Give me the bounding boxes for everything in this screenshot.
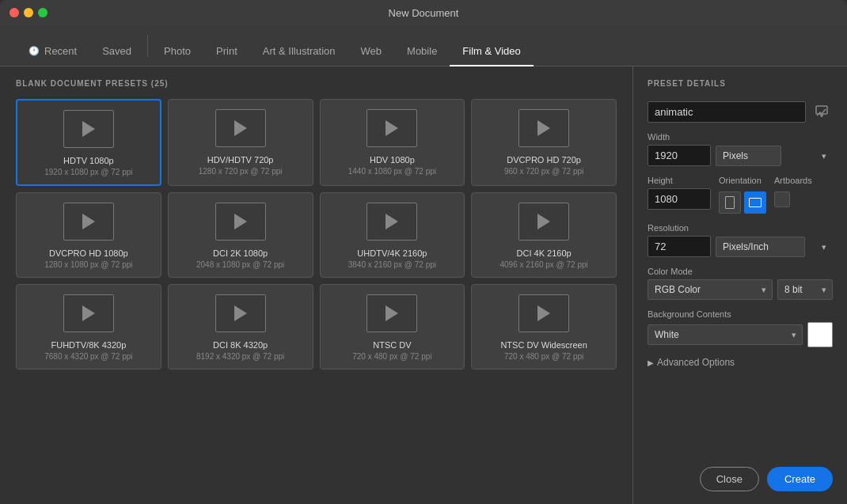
preset-name: HDV/HDTV 720p (207, 155, 274, 165)
window-controls[interactable] (9, 8, 47, 17)
tab-art-label: Art & Illustration (263, 45, 336, 57)
preset-desc: 3840 x 2160 px @ 72 ppi (348, 260, 436, 269)
preset-name: UHDTV/4K 2160p (357, 248, 427, 258)
preset-name: FUHDTV/8K 4320p (51, 340, 126, 350)
bg-contents-field-group: Background Contents White Black Transpar… (648, 309, 833, 347)
orientation-label: Orientation (719, 176, 766, 185)
orientation-buttons (719, 191, 766, 214)
preset-card[interactable]: DCI 8K 4320p 8192 x 4320 px @ 72 ppi (168, 284, 313, 369)
play-icon (234, 214, 247, 229)
width-unit-select[interactable]: Pixels Inches Centimeters Millimeters Po… (716, 146, 781, 166)
bg-contents-row: White Black Transparent Background Color… (648, 322, 833, 347)
preset-desc: 1440 x 1080 px @ 72 ppi (348, 167, 436, 176)
tab-print[interactable]: Print (203, 37, 250, 66)
color-mode-label: Color Mode (648, 267, 833, 276)
color-mode-select-wrapper[interactable]: RGB Color CMYK Color Lab Color Grayscale… (648, 279, 773, 300)
minimize-dot[interactable] (24, 8, 33, 17)
preset-icon (367, 109, 417, 147)
preset-card[interactable]: DVCPRO HD 1080p 1280 x 1080 px @ 72 ppi (16, 192, 161, 278)
titlebar: New Document (0, 0, 847, 25)
resolution-field-group: Resolution Pixels/Inch Pixels/Centimeter (648, 223, 833, 257)
close-dot[interactable] (9, 8, 19, 17)
bit-depth-wrapper[interactable]: 8 bit 16 bit 32 bit (777, 279, 833, 300)
advanced-options[interactable]: ▶ Advanced Options (648, 357, 833, 368)
width-unit-wrapper[interactable]: Pixels Inches Centimeters Millimeters Po… (716, 146, 833, 166)
play-icon (82, 214, 95, 229)
resolution-label: Resolution (648, 223, 833, 233)
preset-details-title: PRESET DETAILS (648, 79, 833, 88)
presets-grid: HDTV 1080p 1920 x 1080 px @ 72 ppi HDV/H… (16, 99, 617, 369)
tab-web[interactable]: Web (348, 37, 395, 66)
landscape-button[interactable] (744, 191, 766, 214)
preset-card[interactable]: NTSC DV 720 x 480 px @ 72 ppi (320, 284, 465, 369)
tab-recent[interactable]: 🕐 Recent (16, 37, 89, 66)
section-title-text: BLANK DOCUMENT PRESETS (16, 79, 148, 88)
bg-color-swatch[interactable] (807, 322, 833, 347)
preset-card[interactable]: HDV/HDTV 720p 1280 x 720 px @ 72 ppi (168, 99, 313, 186)
preset-card[interactable]: DCI 4K 2160p 4096 x 2160 px @ 72 ppi (471, 192, 617, 278)
tab-filmvideo[interactable]: Film & Video (450, 37, 533, 66)
preset-card[interactable]: DVCPRO HD 720p 960 x 720 px @ 72 ppi (471, 99, 617, 186)
save-preset-button[interactable] (811, 100, 833, 123)
play-icon (386, 305, 398, 321)
portrait-icon (725, 196, 735, 209)
height-label: Height (648, 176, 711, 185)
landscape-icon (749, 198, 762, 207)
play-icon (234, 120, 247, 136)
preset-icon (367, 203, 417, 241)
tab-web-label: Web (361, 45, 382, 57)
resolution-unit-wrapper[interactable]: Pixels/Inch Pixels/Centimeter (716, 237, 833, 257)
preset-desc: 1920 x 1080 px @ 72 ppi (44, 168, 132, 176)
preset-name: DVCPRO HD 720p (507, 155, 581, 165)
preset-card[interactable]: HDTV 1080p 1920 x 1080 px @ 72 ppi (16, 99, 161, 186)
preset-desc: 1280 x 1080 px @ 72 ppi (44, 260, 132, 269)
recent-icon: 🕐 (28, 46, 40, 57)
resolution-input[interactable] (648, 236, 711, 257)
tab-recent-label: Recent (44, 45, 77, 57)
advanced-options-chevron: ▶ (648, 358, 654, 367)
preset-card[interactable]: NTSC DV Widescreen 720 x 480 px @ 72 ppi (471, 284, 617, 369)
width-input[interactable] (648, 145, 711, 166)
left-panel: BLANK DOCUMENT PRESETS (25) HDTV 1080p 1… (0, 66, 633, 504)
preset-icon (518, 203, 569, 241)
color-mode-select[interactable]: RGB Color CMYK Color Lab Color Grayscale… (648, 279, 773, 300)
play-icon (386, 214, 398, 229)
preset-name: NTSC DV Widescreen (500, 340, 587, 350)
preset-card[interactable]: HDV 1080p 1440 x 1080 px @ 72 ppi (320, 99, 465, 186)
preset-icon (63, 294, 114, 332)
bg-contents-select-wrapper[interactable]: White Black Transparent Background Color… (648, 324, 803, 345)
artboards-label: Artboards (774, 176, 812, 185)
preset-card[interactable]: DCI 2K 1080p 2048 x 1080 px @ 72 ppi (168, 192, 313, 278)
resolution-row: Pixels/Inch Pixels/Centimeter (648, 236, 833, 257)
create-button[interactable]: Create (767, 467, 833, 491)
preset-icon (63, 110, 114, 148)
advanced-options-label: Advanced Options (657, 357, 735, 368)
maximize-dot[interactable] (38, 8, 47, 17)
preset-name: DCI 4K 2160p (517, 248, 572, 258)
portrait-button[interactable] (719, 191, 741, 214)
height-input[interactable] (648, 188, 711, 210)
preset-name-input[interactable] (648, 101, 806, 123)
tab-mobile[interactable]: Mobile (394, 37, 450, 66)
tabs-bar: 🕐 Recent Saved Photo Print Art & Illustr… (0, 25, 847, 66)
preset-card[interactable]: UHDTV/4K 2160p 3840 x 2160 px @ 72 ppi (320, 192, 465, 278)
play-icon (82, 305, 95, 321)
height-orientation-row: Height Orientation Artboards (648, 176, 833, 214)
bit-depth-select[interactable]: 8 bit 16 bit 32 bit (777, 279, 833, 300)
tab-art[interactable]: Art & Illustration (250, 37, 348, 66)
color-mode-field-group: Color Mode RGB Color CMYK Color Lab Colo… (648, 267, 833, 300)
play-icon (537, 305, 550, 321)
play-icon (386, 120, 398, 136)
close-button[interactable]: Close (700, 467, 759, 491)
preset-card[interactable]: FUHDTV/8K 4320p 7680 x 4320 px @ 72 ppi (16, 284, 161, 369)
preset-desc: 4096 x 2160 px @ 72 ppi (499, 260, 587, 269)
preset-name: DVCPRO HD 1080p (49, 248, 128, 258)
preset-icon (215, 294, 266, 332)
preset-desc: 7680 x 4320 px @ 72 ppi (44, 352, 132, 361)
resolution-unit-select[interactable]: Pixels/Inch Pixels/Centimeter (716, 237, 805, 257)
tab-saved[interactable]: Saved (89, 37, 144, 66)
tab-photo[interactable]: Photo (151, 37, 203, 66)
bg-contents-select[interactable]: White Black Transparent Background Color… (648, 324, 803, 345)
right-panel: PRESET DETAILS Width Pixels Inches (633, 66, 847, 504)
artboards-checkbox[interactable] (774, 191, 790, 207)
